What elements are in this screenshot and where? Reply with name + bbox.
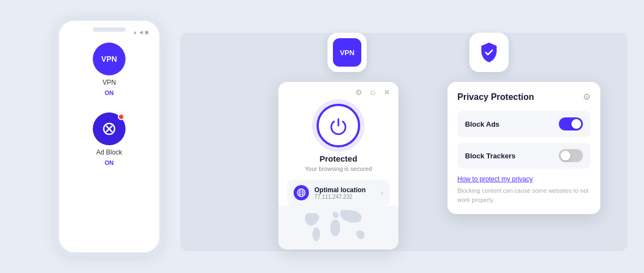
privacy-settings-icon[interactable]: ⚙ [583, 92, 591, 102]
phone-app-adblock[interactable]: Ad Block ON [93, 112, 126, 166]
phone-mockup: ▲◀◼ VPN VPN ON Ad Block ON [55, 16, 164, 257]
vpn-status-title: Protected [319, 154, 357, 163]
world-map-svg [278, 206, 398, 250]
vpn-world-map [278, 206, 398, 250]
privacy-note: Blocking content can cause some websites… [457, 186, 591, 204]
phone-vpn-label: VPN [102, 55, 117, 63]
phone-app-vpn[interactable]: VPN VPN ON [93, 43, 126, 96]
block-ads-label: Block Ads [465, 120, 499, 128]
block-trackers-row[interactable]: Block Trackers [457, 143, 591, 169]
vpn-popup-body: Protected Your browsing is secured Optim… [278, 100, 398, 206]
globe-icon [294, 185, 309, 200]
privacy-header: Privacy Protection ⚙ [457, 92, 591, 102]
phone-notch [93, 27, 126, 32]
shield-floating-badge [469, 33, 509, 72]
toggle-thumb-trackers [560, 151, 570, 161]
notification-dot [118, 114, 124, 120]
block-ads-row[interactable]: Block Ads [457, 111, 591, 137]
vpn-status-subtitle: Your browsing is secured [305, 165, 372, 172]
vpn-popup-header: ⚙ ☺ ✕ [278, 82, 398, 100]
vpn-badge-inner: VPN [333, 38, 361, 67]
phone-adblock-icon[interactable] [93, 112, 126, 145]
block-trackers-label: Block Trackers [465, 152, 516, 160]
privacy-title: Privacy Protection [457, 92, 534, 102]
phone-adblock-status: ON [105, 159, 114, 166]
phone-vpn-app-label: VPN [103, 79, 116, 86]
vpn-location-name: Optimal location [314, 186, 375, 194]
globe-svg [297, 188, 306, 197]
chevron-right-icon: › [381, 189, 383, 197]
vpn-location-ip: 77.111.247.232 [314, 194, 375, 200]
settings-icon[interactable]: ⚙ [354, 87, 363, 97]
vpn-badge-label: VPN [340, 49, 355, 57]
phone-status-bar: ▲◀◼ [133, 29, 148, 35]
adblock-x-icon [103, 122, 116, 135]
vpn-popup-card: ⚙ ☺ ✕ Protected Your browsing is secured [278, 82, 398, 250]
emoji-icon[interactable]: ☺ [368, 87, 378, 97]
close-icon[interactable]: ✕ [382, 87, 392, 97]
phone-adblock-label: Ad Block [96, 149, 122, 156]
privacy-protection-panel: Privacy Protection ⚙ Block Ads Block Tra… [448, 82, 600, 214]
vpn-location-row[interactable]: Optimal location 77.111.247.232 › [287, 180, 390, 206]
privacy-help-link[interactable]: How to protect my privacy [457, 175, 591, 183]
power-button[interactable] [317, 104, 360, 147]
power-icon [327, 115, 349, 136]
block-trackers-toggle[interactable] [559, 149, 583, 162]
phone-vpn-status: ON [105, 90, 114, 96]
block-ads-toggle[interactable] [559, 117, 583, 130]
shield-icon [477, 40, 501, 64]
toggle-thumb-ads [571, 119, 581, 129]
phone-vpn-icon[interactable]: VPN [93, 43, 126, 75]
vpn-floating-badge: VPN [327, 33, 367, 72]
vpn-location-text: Optimal location 77.111.247.232 [314, 186, 375, 200]
